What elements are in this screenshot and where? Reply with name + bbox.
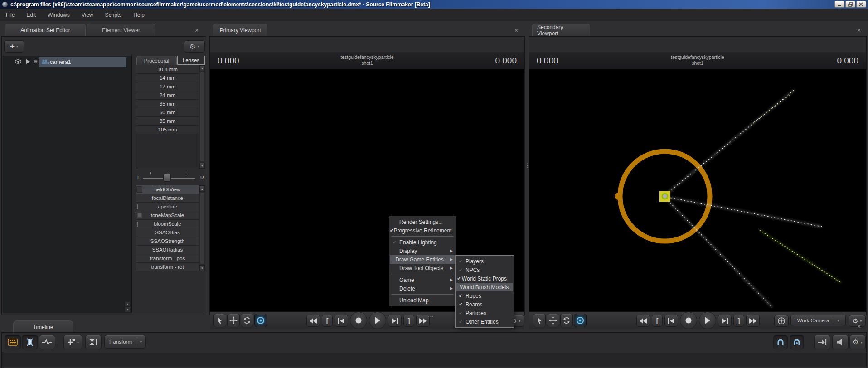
attribute-row-fieldofview[interactable]: fieldOfView <box>136 185 199 194</box>
restore-button[interactable] <box>845 1 855 8</box>
tab-procedural[interactable]: Procedural <box>136 56 177 65</box>
go-to-playhead-button[interactable] <box>814 335 830 349</box>
selected-row-highlight[interactable]: camera1 <box>39 57 126 67</box>
scroll-down-button[interactable]: ▼ <box>199 265 205 271</box>
clip-editor-button[interactable] <box>5 335 21 349</box>
chevron-down-icon: ▾ <box>861 340 863 344</box>
lens-item-85mm[interactable]: 85 mm <box>136 117 199 126</box>
scroll-up-button[interactable]: ▲ <box>199 186 205 192</box>
submenu-item-other-entities[interactable]: ✔ Other Entities <box>456 317 513 326</box>
titlebar[interactable]: c:\program files (x86)\steam\steamapps\c… <box>0 0 868 9</box>
submenu-item-npcs[interactable]: ✔ NPCs <box>456 266 513 274</box>
motion-editor-button[interactable] <box>22 335 38 349</box>
panel-close-icon[interactable]: ✕ <box>513 27 519 34</box>
add-animation-set-button[interactable]: + ▾ <box>4 40 24 53</box>
lens-item-35mm[interactable]: 35 mm <box>136 100 199 108</box>
secondary-viewport-canvas[interactable] <box>529 69 866 311</box>
arrow-to-bar-icon <box>818 339 827 346</box>
submenu-item-world-static-props[interactable]: ✔ World Static Props <box>456 274 513 283</box>
menu-scripts[interactable]: Scripts <box>99 9 128 21</box>
attribute-row-transform-rot[interactable]: transform - rot <box>136 263 199 271</box>
lens-item-14mm[interactable]: 14 mm <box>136 74 199 82</box>
submenu-item-particles[interactable]: ✔ Particles <box>456 309 513 317</box>
lens-item-24mm[interactable]: 24 mm <box>136 91 199 100</box>
panel-close-icon[interactable]: ✕ <box>856 323 862 329</box>
menu-help[interactable]: Help <box>127 9 150 21</box>
menu-item-enable-lighting[interactable]: ✔ Enable Lighting <box>390 238 455 247</box>
lens-scrollbar[interactable]: ▲ ▼ <box>199 65 205 169</box>
tree-row-camera1[interactable]: ⊕ camera1 <box>4 57 131 67</box>
submenu-item-beams[interactable]: ✔ Beams <box>456 300 513 309</box>
slider-handle[interactable] <box>163 174 171 182</box>
attribute-row-bloomscale[interactable]: bloomScale <box>136 220 199 228</box>
tab-element-viewer[interactable]: Element Viewer <box>87 24 155 36</box>
attribute-row-focaldistance[interactable]: focalDistance <box>136 194 199 203</box>
submenu-item-world-brush-models[interactable]: ✔ World Brush Models <box>456 283 513 291</box>
transform-mode-dropdown[interactable]: Transform ▾ <box>104 335 146 349</box>
scene-overlay <box>529 69 867 311</box>
lens-item-10-8mm[interactable]: 10.8 mm <box>136 65 199 74</box>
lens-item-50mm[interactable]: 50 mm <box>136 108 199 117</box>
ring-handle-knob[interactable] <box>615 193 622 200</box>
animation-set-editor-panel: Animation Set Editor Element Viewer ✕ + … <box>1 23 206 315</box>
tab-primary-viewport[interactable]: Primary Viewport <box>213 24 267 36</box>
menu-item-game[interactable]: Game ▶ <box>390 276 455 284</box>
submenu-item-players[interactable]: ✔ Players <box>456 257 513 266</box>
check-icon: ✔ <box>456 302 466 307</box>
attribute-row-aperture[interactable]: aperture <box>136 203 199 211</box>
asset-settings-gear-button[interactable]: ⚙ ▾ <box>184 40 205 53</box>
close-button[interactable] <box>856 1 866 8</box>
check-icon-dim: ✔ <box>390 240 399 245</box>
attribute-row-ssaoradius[interactable]: SSAORadius <box>136 246 199 254</box>
tab-animation-set-editor[interactable]: Animation Set Editor <box>5 24 86 36</box>
scroll-up-button[interactable]: ▲ <box>199 65 205 71</box>
panel-close-icon[interactable]: ✕ <box>194 27 200 34</box>
menu-item-draw-game-entities[interactable]: Draw Game Entities ▶ <box>390 255 455 264</box>
animation-set-tree[interactable]: ⊕ camera1 ▲ ▼ <box>3 56 132 313</box>
viewport-splitter-grip[interactable]: ⋮ <box>525 162 530 169</box>
menu-file[interactable]: File <box>0 9 20 21</box>
visibility-eye-icon[interactable] <box>15 59 22 64</box>
audio-mute-button[interactable] <box>832 335 849 349</box>
draw-game-entities-submenu: ✔ Players ✔ NPCs ✔ World Static Props ✔ … <box>455 255 514 328</box>
timeline-tracks-area[interactable] <box>2 353 866 367</box>
menu-item-progressive-refinement[interactable]: ✔ Progressive Refinement <box>390 226 455 235</box>
menu-item-draw-tool-objects[interactable]: Draw Tool Objects ▶ <box>390 264 455 272</box>
tab-lenses[interactable]: Lenses <box>177 56 205 65</box>
snap-magnet-button[interactable] <box>773 335 788 349</box>
tree-scroll-up-button[interactable]: ▲ <box>125 302 130 306</box>
menu-view[interactable]: View <box>76 9 99 21</box>
menu-edit[interactable]: Edit <box>20 9 42 21</box>
menu-item-delete[interactable]: Delete ▶ <box>390 284 455 293</box>
menu-item-render-settings[interactable]: Render Settings... <box>390 218 455 226</box>
add-keyframe-button[interactable]: ▾ <box>63 335 82 349</box>
tab-secondary-viewport[interactable]: Secondary Viewport <box>532 24 590 36</box>
timeline-settings-gear-button[interactable]: ⚙ ▾ <box>849 335 866 349</box>
tab-timeline[interactable]: Timeline <box>13 320 73 333</box>
menu-item-unload-map[interactable]: Unload Map <box>390 296 455 305</box>
timeline-splitter-grip[interactable]: ⋯ <box>428 313 434 320</box>
attribute-row-ssaostrength[interactable]: SSAOStrength <box>136 237 199 246</box>
menu-item-display[interactable]: Display ▶ <box>390 247 455 255</box>
minimize-button[interactable] <box>834 1 844 8</box>
panel-close-icon[interactable]: ✕ <box>856 27 862 34</box>
attribute-row-transform-pos[interactable]: transform - pos <box>136 254 199 263</box>
snap-to-frames-magnet-button[interactable] <box>790 335 804 349</box>
graph-editor-button[interactable] <box>39 335 55 349</box>
menu-windows[interactable]: Windows <box>42 9 76 21</box>
submenu-arrow-icon: ▶ <box>450 278 455 282</box>
lens-item-17mm[interactable]: 17 mm <box>136 82 199 91</box>
retime-button[interactable] <box>85 335 102 349</box>
playhead-arrow-icon[interactable] <box>25 59 31 64</box>
attribute-row-ssaobias[interactable]: SSAOBias <box>136 228 199 237</box>
lens-item-105mm[interactable]: 105 mm <box>136 126 199 134</box>
scroll-down-button[interactable]: ▼ <box>199 163 205 169</box>
submenu-item-ropes[interactable]: ✔ Ropes <box>456 291 513 300</box>
scroll-thumb[interactable] <box>200 72 204 162</box>
scroll-thumb[interactable] <box>200 192 204 264</box>
chevron-down-icon: ▾ <box>77 340 79 344</box>
tree-scroll-down-button[interactable]: ▼ <box>125 307 130 312</box>
attribute-row-tonemapscale[interactable]: toneMapScale <box>136 211 199 220</box>
attribute-scrollbar[interactable]: ▲ ▼ <box>199 185 205 271</box>
expand-plus-circle-icon[interactable]: ⊕ <box>34 58 38 64</box>
